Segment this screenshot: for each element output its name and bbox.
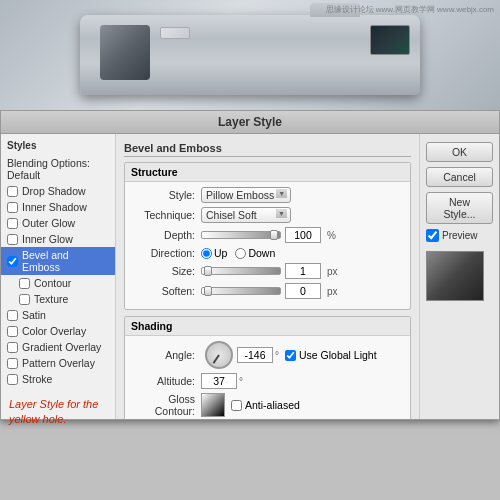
contour-preview[interactable] [201, 393, 225, 417]
right-buttons-panel: OK Cancel New Style... Preview [419, 134, 499, 419]
use-global-light-checkbox[interactable] [285, 350, 296, 361]
contour-checkbox[interactable] [19, 278, 30, 289]
size-slider[interactable] [201, 267, 281, 275]
altitude-input[interactable] [201, 373, 237, 389]
technique-label: Technique: [131, 209, 201, 221]
preview-label[interactable]: Preview [426, 229, 493, 242]
style-row: Style: Pillow Emboss [131, 187, 404, 203]
sidebar-item-texture[interactable]: Texture [1, 291, 115, 307]
pattern-overlay-label: Pattern Overlay [22, 357, 95, 369]
preview-text: Preview [442, 230, 478, 241]
color-overlay-label: Color Overlay [22, 325, 86, 337]
anti-aliased-checkbox[interactable] [231, 400, 242, 411]
direction-down-label: Down [248, 247, 275, 259]
gradient-overlay-label: Gradient Overlay [22, 341, 101, 353]
direction-up-option[interactable]: Up [201, 247, 227, 259]
angle-input[interactable] [237, 347, 273, 363]
sidebar-item-bevel-emboss[interactable]: Bevel and Emboss [1, 247, 115, 275]
texture-label: Texture [34, 293, 68, 305]
texture-checkbox[interactable] [19, 294, 30, 305]
watermark-top: 思缘设计论坛 www.网页教学网 www.webjx.com [326, 4, 494, 16]
satin-checkbox[interactable] [7, 310, 18, 321]
depth-slider-container: % [201, 227, 336, 243]
color-overlay-checkbox[interactable] [7, 326, 18, 337]
sidebar-item-satin[interactable]: Satin [1, 307, 115, 323]
outer-glow-label: Outer Glow [22, 217, 75, 229]
inner-glow-label: Inner Glow [22, 233, 73, 245]
blending-label: Blending Options: Default [7, 157, 109, 181]
sidebar-item-pattern-overlay[interactable]: Pattern Overlay [1, 355, 115, 371]
inner-glow-checkbox[interactable] [7, 234, 18, 245]
altitude-row: Altitude: ° [131, 373, 404, 389]
altitude-unit: ° [239, 376, 243, 387]
style-dropdown[interactable]: Pillow Emboss [201, 187, 291, 203]
direction-label: Direction: [131, 247, 201, 259]
direction-down-radio[interactable] [235, 248, 246, 259]
altitude-label: Altitude: [131, 375, 201, 387]
size-unit: px [327, 266, 338, 277]
dialog-titlebar: Layer Style [1, 111, 499, 134]
size-row: Size: px [131, 263, 404, 279]
depth-input[interactable] [285, 227, 321, 243]
structure-box: Structure Style: Pillow Emboss Technique… [124, 162, 411, 310]
depth-slider[interactable] [201, 231, 281, 239]
shading-title: Shading [125, 317, 410, 336]
sidebar-item-stroke[interactable]: Stroke [1, 371, 115, 387]
depth-unit: % [327, 230, 336, 241]
direction-down-option[interactable]: Down [235, 247, 275, 259]
depth-row: Depth: % [131, 227, 404, 243]
size-input[interactable] [285, 263, 321, 279]
camera-preview: 思缘设计论坛 www.网页教学网 www.webjx.com [0, 0, 500, 110]
main-panel: Bevel and Emboss Structure Style: Pillow… [116, 134, 419, 419]
soften-slider[interactable] [201, 287, 281, 295]
pattern-overlay-checkbox[interactable] [7, 358, 18, 369]
size-slider-container: px [201, 263, 338, 279]
soften-input[interactable] [285, 283, 321, 299]
bevel-emboss-checkbox[interactable] [7, 256, 18, 267]
gradient-overlay-checkbox[interactable] [7, 342, 18, 353]
sidebar-item-inner-shadow[interactable]: Inner Shadow [1, 199, 115, 215]
sidebar-item-contour[interactable]: Contour [1, 275, 115, 291]
sidebar-title: Styles [1, 138, 115, 153]
angle-unit: ° [275, 350, 279, 361]
yellow-hole-note: Layer Style for the yellow hole. [1, 391, 115, 433]
soften-unit: px [327, 286, 338, 297]
depth-thumb[interactable] [270, 230, 278, 240]
ok-button[interactable]: OK [426, 142, 493, 162]
inner-shadow-checkbox[interactable] [7, 202, 18, 213]
soften-label: Soften: [131, 285, 201, 297]
size-thumb[interactable] [204, 266, 212, 276]
angle-dial[interactable] [205, 341, 233, 369]
direction-radio-group: Up Down [201, 247, 275, 259]
soften-thumb[interactable] [204, 286, 212, 296]
technique-row: Technique: Chisel Soft [131, 207, 404, 223]
preview-checkbox[interactable] [426, 229, 439, 242]
use-global-light-option[interactable]: Use Global Light [285, 349, 377, 361]
technique-dropdown[interactable]: Chisel Soft [201, 207, 291, 223]
stroke-checkbox[interactable] [7, 374, 18, 385]
gloss-contour-row: Gloss Contour: Anti-aliased [131, 393, 404, 417]
soften-row: Soften: px [131, 283, 404, 299]
cancel-button[interactable]: Cancel [426, 167, 493, 187]
outer-glow-checkbox[interactable] [7, 218, 18, 229]
sidebar-item-inner-glow[interactable]: Inner Glow [1, 231, 115, 247]
direction-row: Direction: Up Down [131, 247, 404, 259]
angle-label: Angle: [131, 349, 201, 361]
direction-up-radio[interactable] [201, 248, 212, 259]
new-style-button[interactable]: New Style... [426, 192, 493, 224]
anti-aliased-option[interactable]: Anti-aliased [231, 399, 300, 411]
drop-shadow-label: Drop Shadow [22, 185, 86, 197]
anti-aliased-label: Anti-aliased [245, 399, 300, 411]
shading-box: Shading Angle: ° Use Global Light Altitu… [124, 316, 411, 419]
gloss-contour-label: Gloss Contour: [131, 393, 201, 417]
sidebar-item-blending[interactable]: Blending Options: Default [1, 155, 115, 183]
depth-label: Depth: [131, 229, 201, 241]
sidebar-item-drop-shadow[interactable]: Drop Shadow [1, 183, 115, 199]
drop-shadow-checkbox[interactable] [7, 186, 18, 197]
soften-slider-container: px [201, 283, 338, 299]
preview-box [426, 251, 484, 301]
satin-label: Satin [22, 309, 46, 321]
sidebar-item-color-overlay[interactable]: Color Overlay [1, 323, 115, 339]
sidebar-item-outer-glow[interactable]: Outer Glow [1, 215, 115, 231]
sidebar-item-gradient-overlay[interactable]: Gradient Overlay [1, 339, 115, 355]
